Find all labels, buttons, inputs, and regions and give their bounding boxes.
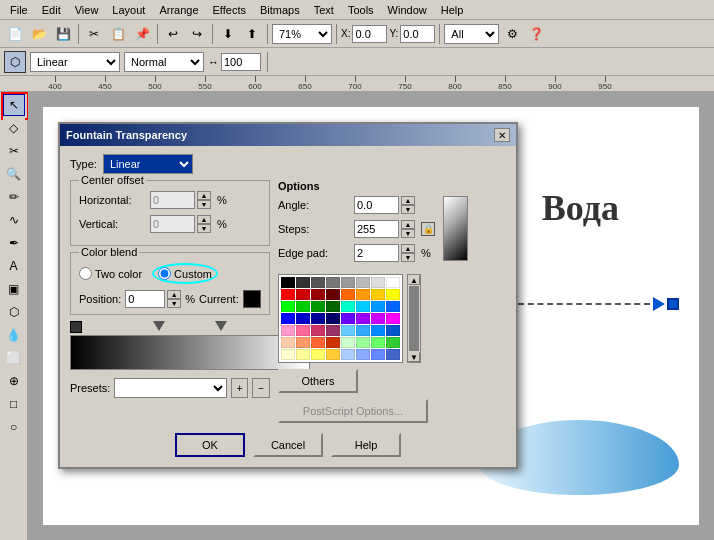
rectangle-tool[interactable]: □ bbox=[3, 393, 25, 415]
color-cell[interactable] bbox=[281, 313, 295, 324]
zoom-dropdown[interactable]: 71% bbox=[272, 24, 332, 44]
color-cell[interactable] bbox=[356, 289, 370, 300]
selector-tool[interactable]: ↖ bbox=[3, 94, 25, 116]
shape-tool[interactable]: ◇ bbox=[3, 117, 25, 139]
ok-btn[interactable]: OK bbox=[175, 433, 245, 457]
color-cell[interactable] bbox=[371, 337, 385, 348]
color-cell[interactable] bbox=[311, 349, 325, 360]
y-coord-input[interactable]: 0.0 bbox=[400, 25, 435, 43]
color-cell[interactable] bbox=[326, 349, 340, 360]
color-cell[interactable] bbox=[341, 277, 355, 288]
fill-tool[interactable]: ▣ bbox=[3, 278, 25, 300]
interactive-fill-btn[interactable]: ⬡ bbox=[3, 301, 25, 323]
vertical-up-btn[interactable]: ▲ bbox=[197, 215, 211, 224]
save-btn[interactable]: 💾 bbox=[52, 23, 74, 45]
new-btn[interactable]: 📄 bbox=[4, 23, 26, 45]
edge-pad-up-btn[interactable]: ▲ bbox=[401, 244, 415, 253]
custom-radio[interactable] bbox=[158, 267, 171, 280]
color-cell[interactable] bbox=[296, 313, 310, 324]
fill-end-handle[interactable] bbox=[667, 298, 679, 310]
position-down-btn[interactable]: ▼ bbox=[167, 299, 181, 308]
all-dropdown[interactable]: All bbox=[444, 24, 499, 44]
color-cell[interactable] bbox=[341, 289, 355, 300]
cut-btn[interactable]: ✂ bbox=[83, 23, 105, 45]
color-cell[interactable] bbox=[341, 349, 355, 360]
color-cell[interactable] bbox=[311, 289, 325, 300]
open-btn[interactable]: 📂 bbox=[28, 23, 50, 45]
color-cell[interactable] bbox=[386, 349, 400, 360]
horizontal-input[interactable] bbox=[150, 191, 195, 209]
menu-effects[interactable]: Effects bbox=[207, 2, 252, 18]
color-cell[interactable] bbox=[356, 325, 370, 336]
color-cell[interactable] bbox=[281, 337, 295, 348]
steps-up-btn[interactable]: ▲ bbox=[401, 220, 415, 229]
scroll-thumb[interactable] bbox=[409, 286, 419, 351]
color-cell[interactable] bbox=[311, 325, 325, 336]
color-cell[interactable] bbox=[341, 313, 355, 324]
help-btn[interactable]: ❓ bbox=[525, 23, 547, 45]
menu-layout[interactable]: Layout bbox=[106, 2, 151, 18]
color-cell[interactable] bbox=[296, 277, 310, 288]
position-up-btn[interactable]: ▲ bbox=[167, 290, 181, 299]
color-cell[interactable] bbox=[371, 301, 385, 312]
color-cell[interactable] bbox=[296, 289, 310, 300]
color-cell[interactable] bbox=[386, 301, 400, 312]
left-stop[interactable] bbox=[70, 321, 82, 333]
color-cell[interactable] bbox=[371, 289, 385, 300]
edge-pad-down-btn[interactable]: ▼ bbox=[401, 253, 415, 262]
color-cell[interactable] bbox=[281, 349, 295, 360]
color-cell[interactable] bbox=[356, 337, 370, 348]
angle-input[interactable] bbox=[354, 196, 399, 214]
paste-btn[interactable]: 📌 bbox=[131, 23, 153, 45]
steps-down-btn[interactable]: ▼ bbox=[401, 229, 415, 238]
angle-up-btn[interactable]: ▲ bbox=[401, 196, 415, 205]
menu-arrange[interactable]: Arrange bbox=[153, 2, 204, 18]
color-cell[interactable] bbox=[371, 313, 385, 324]
color-cell[interactable] bbox=[326, 325, 340, 336]
horizontal-up-btn[interactable]: ▲ bbox=[197, 191, 211, 200]
color-cell[interactable] bbox=[281, 289, 295, 300]
color-cell[interactable] bbox=[356, 301, 370, 312]
menu-view[interactable]: View bbox=[69, 2, 105, 18]
steps-input[interactable] bbox=[221, 53, 261, 71]
edge-pad-input[interactable] bbox=[354, 244, 399, 262]
position-input[interactable] bbox=[125, 290, 165, 308]
steps-dlg-input[interactable] bbox=[354, 220, 399, 238]
color-cell[interactable] bbox=[311, 313, 325, 324]
ellipse-tool[interactable]: ○ bbox=[3, 416, 25, 438]
freehand-tool[interactable]: ✏ bbox=[3, 186, 25, 208]
preset-add-btn[interactable]: + bbox=[231, 378, 249, 398]
fill-type-dropdown[interactable]: Linear Radial Conical Square bbox=[30, 52, 120, 72]
preset-remove-btn[interactable]: − bbox=[252, 378, 270, 398]
color-cell[interactable] bbox=[326, 289, 340, 300]
fill-mode-dropdown[interactable]: Normal Add Subtract bbox=[124, 52, 204, 72]
color-cell[interactable] bbox=[386, 289, 400, 300]
text-tool[interactable]: A bbox=[3, 255, 25, 277]
scroll-down-btn[interactable]: ▼ bbox=[408, 352, 420, 362]
help-btn-dlg[interactable]: Help bbox=[331, 433, 401, 457]
lock-btn[interactable]: 🔒 bbox=[421, 222, 435, 236]
color-cell[interactable] bbox=[341, 301, 355, 312]
color-cell[interactable] bbox=[356, 349, 370, 360]
color-cell[interactable] bbox=[356, 313, 370, 324]
color-cell[interactable] bbox=[296, 349, 310, 360]
options-btn[interactable]: ⚙ bbox=[501, 23, 523, 45]
current-color-swatch[interactable] bbox=[243, 290, 261, 308]
export-btn[interactable]: ⬆ bbox=[241, 23, 263, 45]
color-cell[interactable] bbox=[296, 325, 310, 336]
menu-text[interactable]: Text bbox=[308, 2, 340, 18]
drop1[interactable] bbox=[153, 321, 165, 331]
color-cell[interactable] bbox=[281, 301, 295, 312]
outline-tool[interactable]: ⬜ bbox=[3, 347, 25, 369]
calligraphy-tool[interactable]: ✒ bbox=[3, 232, 25, 254]
color-scrollbar[interactable]: ▲ ▼ bbox=[407, 274, 421, 363]
vertical-down-btn[interactable]: ▼ bbox=[197, 224, 211, 233]
eyedropper-tool[interactable]: 💧 bbox=[3, 324, 25, 346]
color-cell[interactable] bbox=[281, 325, 295, 336]
color-cell[interactable] bbox=[296, 301, 310, 312]
postscript-btn[interactable]: PostScript Options... bbox=[278, 399, 428, 423]
color-cell[interactable] bbox=[311, 301, 325, 312]
angle-down-btn[interactable]: ▼ bbox=[401, 205, 415, 214]
dialog-close-btn[interactable]: ✕ bbox=[494, 128, 510, 142]
color-cell[interactable] bbox=[386, 337, 400, 348]
